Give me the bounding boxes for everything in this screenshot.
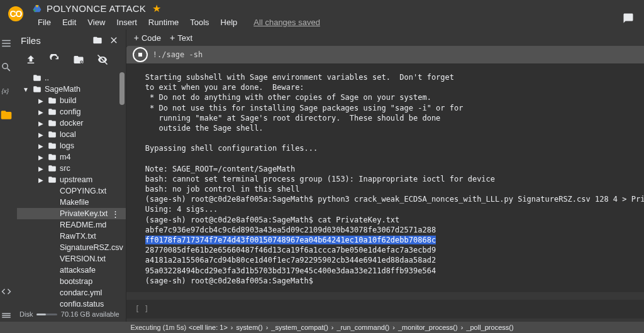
tree-file[interactable]: config.status bbox=[17, 298, 126, 307]
tree-scrollbar[interactable] bbox=[119, 72, 125, 105]
tree-up[interactable]: .. bbox=[17, 72, 126, 84]
drive-icon bbox=[33, 4, 42, 13]
mount-drive-icon[interactable] bbox=[72, 53, 85, 66]
menu-runtime[interactable]: Runtime bbox=[143, 16, 184, 29]
tree-file[interactable]: README.md bbox=[17, 219, 126, 231]
files-label: Files bbox=[21, 35, 87, 46]
variables-icon[interactable]: {x} bbox=[0, 85, 13, 97]
code-icon[interactable] bbox=[0, 285, 13, 298]
workspace: +Code +Text !./sage -sh Starting subshel… bbox=[126, 30, 644, 322]
tree-folder[interactable]: ▶src bbox=[17, 163, 126, 174]
file-tree: .. ▼SageMath ▶build ▶config ▶docker ▶loc… bbox=[13, 72, 126, 307]
more-icon[interactable]: ⋮ bbox=[111, 209, 123, 219]
tree-folder[interactable]: ▶docker bbox=[17, 117, 126, 129]
new-file-icon[interactable] bbox=[92, 35, 103, 46]
toc-icon[interactable] bbox=[0, 37, 13, 50]
svg-rect-3 bbox=[2, 317, 11, 318]
save-status[interactable]: All changes saved bbox=[248, 16, 325, 29]
terminal-icon[interactable] bbox=[0, 309, 13, 322]
tree-folder-sagemath[interactable]: ▼SageMath bbox=[17, 84, 126, 95]
selected-output: ff0178fa717374f7e74d43f00150748967ea04b6… bbox=[145, 236, 436, 244]
tree-folder[interactable]: ▶local bbox=[17, 129, 126, 140]
files-icon[interactable] bbox=[0, 109, 13, 121]
menu-edit[interactable]: Edit bbox=[57, 16, 81, 29]
cell-output: Starting subshell with Sage environment … bbox=[126, 63, 644, 292]
menu-tools[interactable]: Tools bbox=[185, 16, 214, 29]
tree-file[interactable]: bootstrap bbox=[17, 276, 126, 287]
tree-file[interactable]: condarc.yml bbox=[17, 287, 126, 298]
svg-text:{x}: {x} bbox=[2, 87, 9, 94]
files-panel: Files .. ▼SageMath ▶build ▶config ▶docke… bbox=[13, 30, 126, 322]
tree-file[interactable]: VERSION.txt bbox=[17, 253, 126, 265]
cell-input[interactable]: !./sage -sh bbox=[153, 50, 203, 59]
tree-folder[interactable]: ▶m4 bbox=[17, 151, 126, 163]
insert-code-button[interactable]: +Code bbox=[134, 33, 161, 43]
star-icon[interactable]: ★ bbox=[152, 3, 161, 14]
tree-folder[interactable]: ▶upstream bbox=[17, 174, 126, 185]
notebook-title[interactable]: POLYNONCE ATTACK bbox=[47, 3, 146, 14]
upload-icon[interactable] bbox=[25, 53, 37, 66]
svg-rect-2 bbox=[2, 315, 11, 316]
menu-insert[interactable]: Insert bbox=[111, 16, 142, 29]
refresh-icon[interactable] bbox=[48, 53, 61, 66]
run-cell-button[interactable] bbox=[133, 47, 148, 62]
insert-text-button[interactable]: +Text bbox=[170, 33, 192, 43]
close-panel-icon[interactable] bbox=[108, 35, 119, 46]
code-cell: !./sage -sh Starting subshell with Sage … bbox=[126, 46, 644, 292]
tree-folder[interactable]: ▶logs bbox=[17, 140, 126, 151]
tree-file[interactable]: Makefile bbox=[17, 197, 126, 208]
tree-file-selected[interactable]: PrivateKey.txt⋮ bbox=[17, 208, 126, 219]
tree-folder[interactable]: ▶config bbox=[17, 106, 126, 117]
tree-file[interactable]: SignatureRSZ.csv bbox=[17, 242, 126, 253]
colab-logo[interactable]: CO bbox=[5, 3, 26, 25]
menu-view[interactable]: View bbox=[82, 16, 110, 29]
hide-icon[interactable] bbox=[96, 53, 109, 66]
menubar: File Edit View Insert Runtime Tools Help… bbox=[33, 16, 325, 29]
tree-file[interactable]: COPYING.txt bbox=[17, 185, 126, 197]
empty-cell[interactable]: [ ] bbox=[126, 300, 644, 319]
tree-file[interactable]: attacksafe bbox=[17, 265, 126, 276]
menu-help[interactable]: Help bbox=[216, 16, 243, 29]
tree-file[interactable]: RawTX.txt bbox=[17, 231, 126, 242]
left-rail: {x} bbox=[0, 30, 13, 322]
tree-folder[interactable]: ▶build bbox=[17, 95, 126, 106]
disk-usage: Disk 70.16 GB available bbox=[13, 307, 126, 322]
search-icon[interactable] bbox=[0, 61, 13, 74]
comment-icon[interactable] bbox=[621, 11, 635, 25]
svg-rect-1 bbox=[2, 313, 11, 314]
menu-file[interactable]: File bbox=[33, 16, 56, 29]
status-bar: Executing (1m 5s) <cell line: 1>› system… bbox=[0, 322, 644, 333]
